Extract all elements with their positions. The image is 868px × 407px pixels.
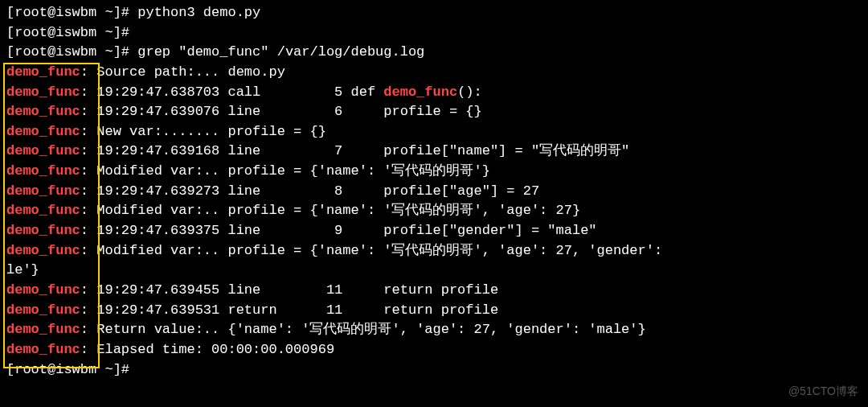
grep-match: demo_func [6, 342, 80, 357]
output-line-9: demo_func: 19:29:47.639375 line 9 profil… [6, 221, 862, 241]
grep-match: demo_func [6, 282, 80, 298]
prompt-line-3: [root@iswbm ~]# grep "demo_func" /var/lo… [6, 43, 862, 63]
output-line-10b: le'} [6, 261, 862, 281]
grep-match: demo_func [6, 163, 80, 179]
output-line-11: demo_func: 19:29:47.639455 line 11 retur… [6, 281, 862, 301]
output-line-8: demo_func: Modified var:.. profile = {'n… [6, 201, 862, 221]
grep-match: demo_func [6, 322, 80, 337]
output-line-5: demo_func: 19:29:47.639168 line 7 profil… [6, 142, 862, 162]
grep-match: demo_func [6, 124, 80, 139]
command-1: python3 demo.py [137, 5, 260, 20]
output-line-14: demo_func: Elapsed time: 00:00:00.000969 [6, 340, 862, 360]
output-line-1: demo_func: Source path:... demo.py [6, 63, 862, 83]
output-line-7: demo_func: 19:29:47.639273 line 8 profil… [6, 182, 862, 202]
watermark: @51CTO博客 [788, 383, 858, 399]
prompt-line-1: [root@iswbm ~]# python3 demo.py [6, 3, 862, 23]
grep-match: demo_func [6, 84, 80, 100]
grep-match: demo_func [6, 143, 80, 158]
output-line-6: demo_func: Modified var:.. profile = {'n… [6, 162, 862, 182]
prompt-line-2: [root@iswbm ~]# [6, 23, 862, 43]
grep-match: demo_func [6, 223, 80, 238]
output-line-12: demo_func: 19:29:47.639531 return 11 ret… [6, 301, 862, 321]
grep-match: demo_func [6, 64, 80, 80]
grep-match: demo_func [383, 84, 457, 100]
grep-match: demo_func [6, 243, 80, 258]
prompt-line-4[interactable]: [root@iswbm ~]# [6, 360, 862, 380]
grep-match: demo_func [6, 302, 80, 318]
grep-match: demo_func [6, 183, 80, 199]
output-line-13: demo_func: Return value:.. {'name': '写代码… [6, 320, 862, 340]
output-line-2: demo_func: 19:29:47.638703 call 5 def de… [6, 83, 862, 103]
grep-match: demo_func [6, 203, 80, 218]
grep-match: demo_func [6, 104, 80, 119]
output-line-3: demo_func: 19:29:47.639076 line 6 profil… [6, 102, 862, 122]
command-3: grep "demo_func" /var/log/debug.log [137, 44, 424, 60]
output-line-10a: demo_func: Modified var:.. profile = {'n… [6, 241, 862, 261]
output-line-4: demo_func: New var:....... profile = {} [6, 122, 862, 142]
